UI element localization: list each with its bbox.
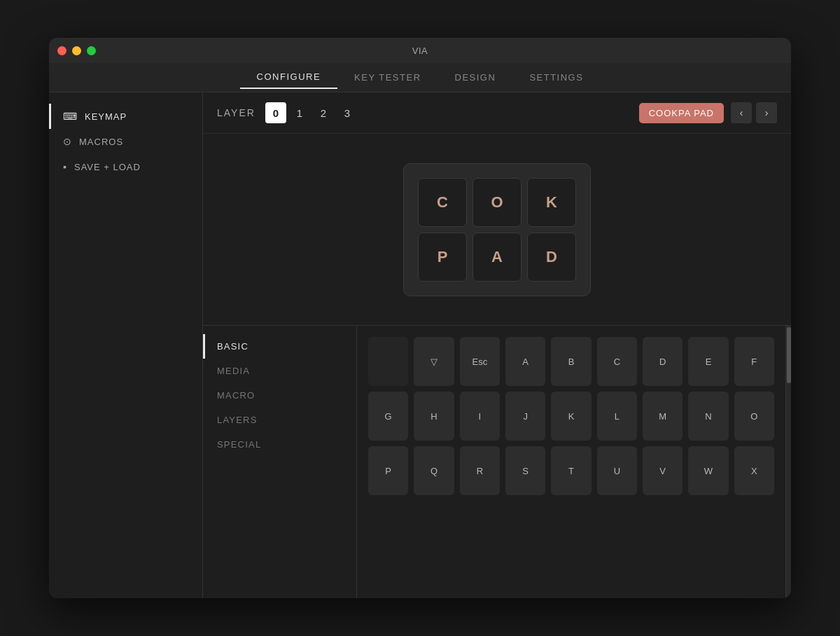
keyboard-display: C O K P A D	[203, 134, 791, 325]
key-s[interactable]: S	[505, 446, 545, 495]
next-device-button[interactable]: ›	[756, 102, 777, 123]
scrollbar-track[interactable]	[785, 326, 791, 598]
key-x[interactable]: X	[734, 446, 774, 495]
macros-icon: ⊙	[63, 136, 72, 147]
key-j[interactable]: J	[505, 392, 545, 441]
window-controls	[57, 46, 96, 55]
tab-settings[interactable]: SETTINGS	[512, 67, 600, 88]
key-b[interactable]: B	[551, 337, 591, 386]
main-content: ⌨ KEYMAP ⊙ MACROS ▪ SAVE + LOAD LAYER 0 …	[49, 92, 791, 598]
sidebar-item-keymap-label: KEYMAP	[85, 111, 127, 122]
layer-0-button[interactable]: 0	[265, 102, 286, 123]
category-layers[interactable]: LAYERS	[203, 408, 356, 432]
pad-key-o[interactable]: O	[472, 178, 522, 227]
scrollbar-thumb[interactable]	[787, 327, 791, 383]
key-i[interactable]: I	[460, 392, 500, 441]
sidebar-top: ⌨ KEYMAP ⊙ MACROS ▪ SAVE + LOAD	[49, 92, 202, 598]
close-button[interactable]	[57, 46, 66, 55]
key-e[interactable]: E	[688, 337, 728, 386]
layer-3-button[interactable]: 3	[337, 102, 358, 123]
layer-label: LAYER	[217, 107, 255, 118]
layer-2-button[interactable]: 2	[313, 102, 334, 123]
tab-design[interactable]: DESIGN	[438, 67, 513, 88]
save-icon: ▪	[63, 161, 67, 172]
key-t[interactable]: T	[551, 446, 591, 495]
pad-key-d[interactable]: D	[527, 233, 576, 282]
titlebar: VIA	[49, 38, 791, 63]
nav-arrows: ‹ ›	[731, 102, 777, 123]
minimize-button[interactable]	[72, 46, 81, 55]
sidebar-item-keymap[interactable]: ⌨ KEYMAP	[49, 104, 202, 129]
key-grid: ▽ Esc A B C D E F G H I J K L	[368, 337, 774, 495]
nav-tabs: CONFIGURE KEY TESTER DESIGN SETTINGS	[49, 63, 791, 92]
pad-key-a[interactable]: A	[472, 233, 522, 282]
app-window: VIA CONFIGURE KEY TESTER DESIGN SETTINGS…	[49, 38, 791, 598]
key-r[interactable]: R	[460, 446, 500, 495]
layer-bar: LAYER 0 1 2 3 COOKPA PAD ‹ ›	[203, 92, 791, 134]
key-n[interactable]: N	[688, 392, 728, 441]
key-l[interactable]: L	[597, 392, 637, 441]
tab-key-tester[interactable]: KEY TESTER	[337, 67, 438, 88]
pad-key-c[interactable]: C	[418, 178, 467, 227]
category-basic[interactable]: BASIC	[203, 334, 356, 359]
key-categories: BASIC MEDIA MACRO LAYERS SPECIAL	[203, 326, 357, 598]
maximize-button[interactable]	[87, 46, 96, 55]
keyboard-icon: ⌨	[63, 111, 78, 122]
layer-1-button[interactable]: 1	[289, 102, 310, 123]
cookpad-grid: C O K P A D	[403, 163, 591, 296]
key-u[interactable]: U	[597, 446, 637, 495]
key-p[interactable]: P	[368, 446, 408, 495]
key-g[interactable]: G	[368, 392, 408, 441]
key-esc[interactable]: Esc	[460, 337, 500, 386]
bottom-panel: BASIC MEDIA MACRO LAYERS SPECIAL ▽ Esc A…	[203, 325, 791, 598]
key-v[interactable]: V	[643, 446, 682, 495]
pad-key-k[interactable]: K	[527, 178, 576, 227]
key-q[interactable]: Q	[414, 446, 454, 495]
key-m[interactable]: M	[643, 392, 682, 441]
sidebar-item-save-label: SAVE + LOAD	[74, 162, 141, 172]
key-w[interactable]: W	[688, 446, 728, 495]
device-select-button[interactable]: COOKPA PAD	[639, 103, 724, 123]
key-o[interactable]: O	[734, 392, 774, 441]
key-f[interactable]: F	[734, 337, 774, 386]
pad-key-p[interactable]: P	[418, 233, 467, 282]
sidebar-item-macros-label: MACROS	[79, 137, 123, 147]
prev-device-button[interactable]: ‹	[731, 102, 752, 123]
key-k[interactable]: K	[551, 392, 591, 441]
key-c[interactable]: C	[597, 337, 637, 386]
key-empty[interactable]	[368, 337, 408, 386]
sidebar-item-save-load[interactable]: ▪ SAVE + LOAD	[49, 154, 202, 179]
category-media[interactable]: MEDIA	[203, 359, 356, 383]
content-area: LAYER 0 1 2 3 COOKPA PAD ‹ › C O K P A	[203, 92, 791, 598]
key-d[interactable]: D	[643, 337, 682, 386]
key-h[interactable]: H	[414, 392, 454, 441]
tab-configure[interactable]: CONFIGURE	[240, 66, 338, 89]
app-title: VIA	[412, 46, 428, 56]
category-macro[interactable]: MACRO	[203, 383, 356, 408]
category-special[interactable]: SPECIAL	[203, 432, 356, 457]
key-a[interactable]: A	[505, 337, 545, 386]
key-grid-area: ▽ Esc A B C D E F G H I J K L	[357, 326, 785, 598]
sidebar: ⌨ KEYMAP ⊙ MACROS ▪ SAVE + LOAD	[49, 92, 203, 598]
sidebar-item-macros[interactable]: ⊙ MACROS	[49, 129, 202, 154]
key-transparent[interactable]: ▽	[414, 337, 454, 386]
